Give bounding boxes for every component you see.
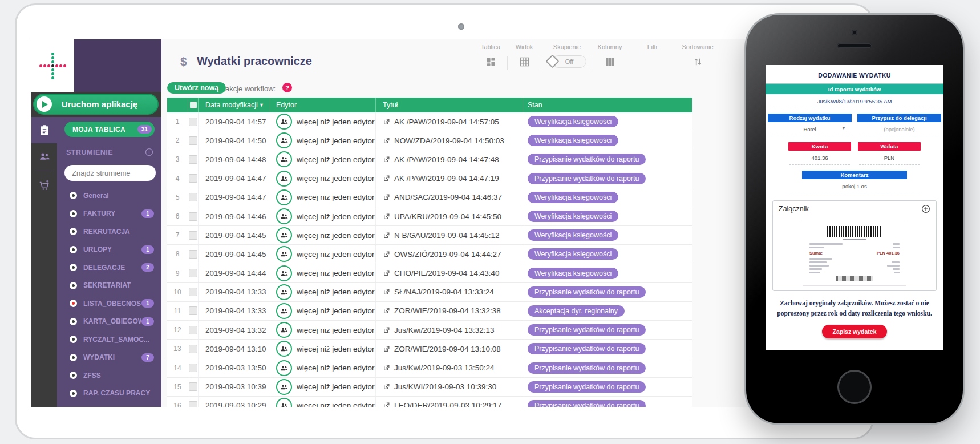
- row-checkbox[interactable]: [189, 364, 197, 372]
- row-checkbox[interactable]: [189, 136, 197, 145]
- header-editor[interactable]: Edytor: [270, 98, 375, 112]
- open-record-icon[interactable]: [383, 137, 390, 144]
- open-record-icon[interactable]: [383, 175, 390, 182]
- save-expense-button[interactable]: Zapisz wydatek: [822, 325, 886, 338]
- header-date[interactable]: Data modyfikacji ▼: [198, 98, 270, 112]
- editor-label: więcej niż jeden edytor: [297, 306, 375, 315]
- row-checkbox[interactable]: [189, 326, 197, 334]
- record-title-link[interactable]: AK /PAW/2019-09-04 14:47:48: [394, 155, 499, 164]
- open-record-icon[interactable]: [383, 251, 390, 258]
- open-record-icon[interactable]: [383, 156, 390, 163]
- record-title-link[interactable]: ZOR/WIE/2019-09-04 13:10:08: [394, 345, 501, 353]
- delegation-value[interactable]: (opcjonalnie): [858, 122, 940, 136]
- open-record-icon[interactable]: [383, 364, 390, 372]
- row-checkbox[interactable]: [189, 155, 197, 164]
- sidebar-stream-item[interactable]: WYDATKI 7: [57, 349, 161, 367]
- row-checkbox[interactable]: [189, 193, 197, 201]
- row-checkbox[interactable]: [189, 250, 197, 259]
- toolbar-filter[interactable]: Filtr: [640, 43, 665, 68]
- record-title-link[interactable]: Jus/KWI/2019-09-03 10:39:30: [394, 382, 496, 391]
- header-status[interactable]: Stan: [523, 98, 692, 112]
- currency-value[interactable]: PLN: [859, 151, 920, 165]
- stream-count-badge: 1: [141, 317, 154, 326]
- help-icon[interactable]: ?: [282, 83, 292, 92]
- row-number: 9: [167, 264, 188, 282]
- row-checkbox[interactable]: [189, 401, 197, 407]
- amount-value[interactable]: 401.36: [789, 151, 850, 165]
- record-title-link[interactable]: AND/SAC/2019-09-04 14:46:37: [394, 193, 502, 201]
- row-checkbox[interactable]: [189, 118, 197, 126]
- focus-toggle[interactable]: Off: [552, 55, 586, 68]
- toolbar-board-view[interactable]: Tablica: [474, 43, 507, 68]
- toolbar-columns[interactable]: Kolumny: [593, 43, 626, 68]
- record-title-link[interactable]: AK /PAW/2019-09-04 14:47:19: [394, 174, 499, 183]
- sidebar-stream-item[interactable]: RAP. CZASU PRACY: [57, 385, 161, 403]
- row-checkbox-cell: [188, 302, 198, 320]
- add-attachment-icon[interactable]: [921, 204, 930, 213]
- open-record-icon[interactable]: [383, 118, 390, 126]
- toolbar-grid-view[interactable]: Widok: [508, 43, 541, 68]
- row-checkbox[interactable]: [189, 306, 197, 315]
- sidebar-stream-item[interactable]: URLOPY 1: [57, 241, 161, 259]
- toolbar-sort[interactable]: Sortowanie: [679, 43, 716, 68]
- sidebar-stream-item[interactable]: General: [57, 187, 161, 205]
- row-title-cell: ZOR/WIE/2019-09-04 13:10:08: [375, 340, 523, 358]
- row-number: 15: [167, 378, 188, 396]
- expense-type-select[interactable]: Hotel ▼: [769, 122, 851, 136]
- sidebar-stream-item[interactable]: DELEGACJE 2: [57, 259, 161, 277]
- grid-icon: [519, 55, 530, 68]
- open-record-icon[interactable]: [383, 288, 390, 296]
- open-record-icon[interactable]: [383, 193, 390, 201]
- record-title-link[interactable]: Jus/Kwi/2019-09-04 13:32:13: [394, 326, 495, 334]
- sidebar-stream-item[interactable]: KARTA_OBIEGOWA 1: [57, 313, 161, 331]
- open-record-icon[interactable]: [383, 269, 390, 277]
- sort-desc-icon[interactable]: ▼: [259, 102, 264, 108]
- row-checkbox[interactable]: [189, 382, 197, 391]
- create-new-button[interactable]: Utwórz nową: [167, 82, 226, 94]
- record-title-link[interactable]: LEO/DER/2019-09-03 10:29:17: [394, 401, 501, 407]
- select-all-checkbox[interactable]: [190, 102, 197, 108]
- record-title-link[interactable]: N B/GAU/2019-09-04 14:45:12: [394, 231, 500, 240]
- status-badge: Weryfikacja księgowości: [528, 116, 618, 127]
- open-record-icon[interactable]: [383, 402, 390, 407]
- sidebar-stream-item[interactable]: REKRUTACJA: [57, 223, 161, 241]
- record-title-link[interactable]: SŁ/NAJ/2019-09-04 13:33:24: [394, 288, 494, 296]
- sidebar-stream-item[interactable]: SEKRETARIAT: [57, 277, 161, 295]
- record-title-link[interactable]: Jus/Kwi/2019-09-03 13:50:24: [394, 364, 495, 372]
- row-checkbox[interactable]: [189, 174, 197, 183]
- header-title[interactable]: Tytuł: [375, 98, 523, 112]
- open-record-icon[interactable]: [383, 307, 390, 314]
- rail-item-marketplace[interactable]: [31, 172, 57, 199]
- row-checkbox[interactable]: [189, 231, 197, 240]
- row-checkbox[interactable]: [189, 212, 197, 221]
- open-record-icon[interactable]: [383, 213, 390, 220]
- comment-value[interactable]: pokoj 1 os: [789, 179, 920, 193]
- record-title-link[interactable]: CHO/PIE/2019-09-04 14:43:40: [394, 269, 500, 277]
- record-title-link[interactable]: AK /PAW/2019-09-04 14:57:05: [394, 118, 499, 126]
- record-title-link[interactable]: NOW/ZDA/2019-09-04 14:50:03: [394, 136, 504, 145]
- multi-editor-avatar-icon: [276, 303, 292, 319]
- row-checkbox[interactable]: [189, 345, 197, 353]
- stream-search-input[interactable]: [64, 165, 156, 181]
- app-logo[interactable]: [31, 39, 74, 92]
- open-record-icon[interactable]: [383, 232, 390, 239]
- sidebar-stream-item[interactable]: RYCZALT_SAMOC...: [57, 330, 161, 349]
- sidebar-stream-item[interactable]: FAKTURY 1: [57, 205, 161, 223]
- toolbar-focus-toggle[interactable]: Skupienie Off: [541, 43, 593, 68]
- open-record-icon[interactable]: [383, 345, 390, 353]
- open-record-icon[interactable]: [383, 383, 390, 390]
- record-title-link[interactable]: ZOR/WIE/2019-09-04 13:32:38: [394, 306, 501, 315]
- rail-item-board[interactable]: [31, 117, 57, 143]
- sidebar-stream-item[interactable]: ZFSS: [57, 366, 161, 385]
- rail-item-users[interactable]: [31, 143, 57, 169]
- record-title-link[interactable]: UPA/KRU/2019-09-04 14:45:50: [394, 212, 501, 221]
- row-checkbox[interactable]: [189, 288, 197, 296]
- row-checkbox[interactable]: [189, 269, 197, 277]
- phone-home-button[interactable]: [837, 370, 872, 404]
- add-stream-icon[interactable]: [145, 148, 153, 156]
- my-board-button[interactable]: MOJA TABLICA 31: [64, 122, 155, 137]
- sidebar-stream-item[interactable]: LISTA_OBECNOSCI 1: [57, 294, 161, 313]
- record-title-link[interactable]: OWS/ZIÓ/2019-09-04 14:44:27: [394, 250, 501, 259]
- open-record-icon[interactable]: [383, 326, 390, 334]
- launch-app-button[interactable]: Uruchom aplikację: [33, 94, 159, 115]
